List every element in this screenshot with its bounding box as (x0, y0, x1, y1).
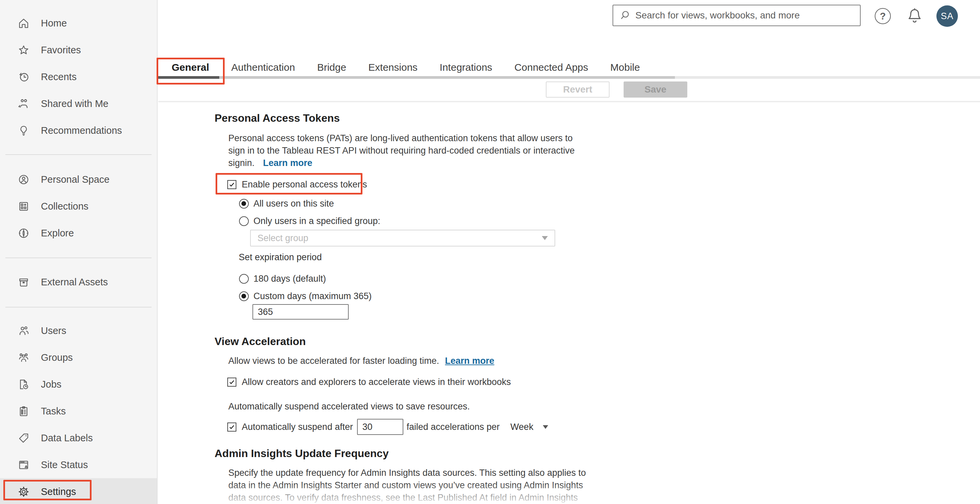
auto-suspend-prefix: Automatically suspend after (242, 422, 353, 432)
specified-group-row: Only users in a specified group: (239, 216, 380, 226)
sidebar-item-home[interactable]: Home (0, 10, 157, 37)
bell-icon (906, 7, 923, 25)
view-accel-section-title: View Acceleration (215, 335, 306, 348)
allow-accelerate-row: Allow creators and explorers to accelera… (228, 377, 511, 387)
allow-accelerate-checkbox[interactable] (228, 378, 236, 386)
sidebar-item-label: Tasks (41, 406, 66, 417)
sidebar-item-shared-with-me[interactable]: Shared with Me (0, 90, 157, 117)
enable-pat-row: Enable personal access tokens (228, 180, 367, 190)
sidebar-item-explore[interactable]: Explore (0, 219, 157, 246)
sidebar-item-tasks[interactable]: Tasks (0, 398, 157, 425)
collections-icon (17, 200, 30, 213)
sidebar-item-external-assets[interactable]: External Assets (0, 269, 157, 296)
home-icon (17, 16, 30, 30)
sidebar-item-users[interactable]: Users (0, 317, 157, 344)
tab-connected-apps[interactable]: Connected Apps (514, 62, 588, 73)
all-users-row: All users on this site (239, 199, 334, 209)
admin-insights-line: data sources. To verify data freshness, … (228, 491, 586, 504)
sidebar-item-label: Home (41, 18, 67, 29)
group-select-placeholder: Select group (258, 233, 309, 243)
sidebar-item-groups[interactable]: Groups (0, 344, 157, 371)
pat-section-title: Personal Access Tokens (215, 112, 340, 124)
search-input[interactable] (635, 10, 850, 21)
group-select[interactable]: Select group (250, 230, 555, 246)
users-icon (17, 324, 30, 337)
sidebar-item-recommendations[interactable]: Recommendations (0, 117, 157, 144)
sidebar-item-recents[interactable]: Recents (0, 64, 157, 90)
star-icon (17, 43, 30, 57)
sidebar-item-data-labels[interactable]: Data Labels (0, 425, 157, 452)
sidebar-item-label: Site Status (41, 459, 88, 471)
tab-underline-track (158, 76, 675, 79)
tab-extensions[interactable]: Extensions (369, 62, 418, 73)
expiration-period-label: Set expiration period (239, 252, 322, 262)
tab-underline-track-light (675, 76, 980, 79)
notifications-button[interactable] (905, 7, 924, 25)
days-180-radio[interactable] (239, 274, 249, 284)
all-users-radio[interactable] (239, 199, 249, 208)
admin-insights-section-title: Admin Insights Update Frequency (215, 447, 388, 460)
sidebar-item-label: Recommendations (41, 125, 122, 136)
pat-description: Personal access tokens (PATs) are long-l… (228, 132, 575, 169)
pat-description-line-end: signin. (228, 158, 255, 168)
sidebar-group-top: Home Favorites Recents Shared with Me (0, 0, 157, 144)
sidebar-item-label: Settings (41, 486, 76, 497)
view-accel-learn-more-link[interactable]: Learn more (445, 356, 494, 366)
jobs-icon (17, 378, 30, 391)
sidebar: Home Favorites Recents Shared with Me (0, 0, 158, 504)
revert-button[interactable]: Revert (546, 81, 609, 98)
admin-insights-line: data in the Admin Insights Starter and c… (228, 479, 586, 491)
question-mark-icon: ? (880, 11, 886, 22)
specified-group-radio[interactable] (239, 216, 249, 226)
sidebar-item-personal-space[interactable]: Personal Space (0, 166, 157, 193)
sidebar-group-personal: Personal Space Collections Explore (0, 166, 157, 246)
view-accel-intro: Allow views to be accelerated for faster… (228, 355, 494, 367)
lightbulb-icon (17, 124, 30, 137)
period-dropdown[interactable]: Week (510, 422, 548, 432)
pat-learn-more-link[interactable]: Learn more (263, 158, 312, 168)
sidebar-item-collections[interactable]: Collections (0, 193, 157, 219)
sidebar-item-favorites[interactable]: Favorites (0, 37, 157, 64)
auto-suspend-checkbox[interactable] (228, 423, 236, 432)
compass-icon (17, 226, 30, 240)
sidebar-item-site-status[interactable]: Site Status (0, 452, 157, 478)
enable-pat-checkbox[interactable] (228, 180, 236, 189)
avatar[interactable]: SA (936, 5, 958, 27)
tab-authentication[interactable]: Authentication (231, 62, 295, 73)
search-icon (619, 10, 631, 21)
tab-bridge[interactable]: Bridge (317, 62, 346, 73)
view-accel-intro-text: Allow views to be accelerated for faster… (228, 356, 439, 366)
pat-description-line: Personal access tokens (PATs) are long-l… (228, 132, 575, 145)
enable-pat-label: Enable personal access tokens (242, 180, 367, 190)
auto-suspend-row: Automatically suspend after failed accel… (228, 419, 548, 435)
sidebar-item-settings[interactable]: Settings (0, 478, 157, 504)
groups-icon (17, 351, 30, 364)
sidebar-divider (5, 307, 151, 307)
search-box (612, 5, 861, 26)
help-button[interactable]: ? (875, 8, 891, 24)
auto-suspend-suffix: failed accelerations per (407, 422, 500, 432)
selected-tab-indicator (158, 76, 219, 79)
personal-space-icon (17, 173, 30, 186)
header-separator (158, 101, 980, 102)
admin-insights-description: Specify the update frequency for Admin I… (228, 467, 586, 504)
sidebar-item-label: Recents (41, 72, 76, 83)
sidebar-item-label: Data Labels (41, 432, 93, 444)
tab-general[interactable]: General (172, 62, 209, 73)
sidebar-item-label: Favorites (41, 45, 81, 56)
sidebar-item-jobs[interactable]: Jobs (0, 371, 157, 398)
failed-accelerations-input[interactable] (357, 419, 403, 435)
tableau-site-settings-page: Home Favorites Recents Shared with Me (0, 0, 980, 504)
custom-days-input[interactable] (253, 304, 349, 320)
sidebar-item-label: Collections (41, 201, 89, 212)
chevron-down-icon (543, 425, 548, 429)
tab-integrations[interactable]: Integrations (439, 62, 492, 73)
recents-icon (17, 70, 30, 84)
custom-days-radio[interactable] (239, 291, 249, 301)
tab-bar: General Authentication Bridge Extensions… (172, 62, 640, 73)
period-value: Week (510, 422, 533, 432)
sidebar-group-admin: Users Groups Jobs Tasks (0, 317, 157, 504)
save-button[interactable]: Save (624, 81, 687, 98)
tab-mobile[interactable]: Mobile (610, 62, 640, 73)
days-180-row: 180 days (default) (239, 273, 326, 284)
